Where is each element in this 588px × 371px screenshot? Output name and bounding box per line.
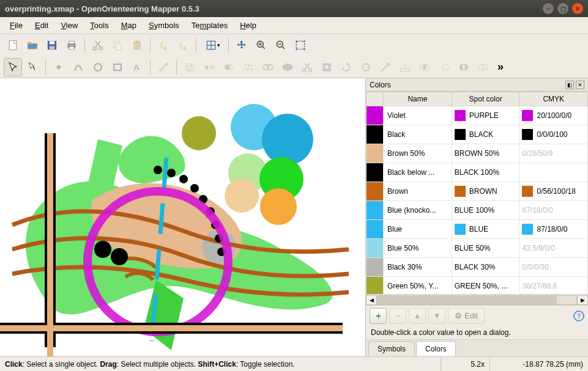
color-swatch[interactable] [367,144,384,163]
color-name[interactable]: Black [384,125,452,144]
color-row[interactable]: BrownBROWN0/56/100/18 [367,182,588,201]
color-row[interactable]: Black below ...BLACK 100% [367,163,588,182]
print-button[interactable] [62,36,81,54]
boolean-union-tool[interactable] [278,58,297,76]
bool-xor-tool[interactable] [455,58,473,76]
color-name[interactable]: Brown 50% [384,144,452,163]
bool-merge-tool[interactable] [474,58,493,76]
color-name[interactable]: Blue 50% [384,239,452,258]
zoom-out-button[interactable] [272,36,290,54]
rotate-pattern-tool[interactable] [357,58,375,76]
edit-color-button[interactable]: ⚙Edit [448,308,485,324]
point-tool[interactable] [50,58,68,76]
map-canvas[interactable] [0,78,365,356]
color-row[interactable]: Blue (knocko...BLUE 100%87/18/0/0 [367,201,588,220]
menu-edit[interactable]: Edit [29,18,54,32]
color-row[interactable]: Black 30%BLACK 30%0/0/0/30 [367,258,588,277]
connect-tool[interactable] [259,58,277,76]
menu-map[interactable]: Map [115,18,143,32]
circle-tool[interactable] [89,58,107,76]
cut-hole-tool[interactable] [318,58,336,76]
cut-button[interactable] [89,36,107,54]
switch-symbol-tool[interactable] [200,58,218,76]
color-row[interactable]: BlueBLUE87/18/0/0 [367,220,588,239]
color-spot[interactable]: BLUE [452,220,519,239]
color-row[interactable]: Green 50%, Y...GREEN 50%, ...38/27/88.6 [367,277,588,295]
fill-tool[interactable] [220,58,238,76]
menu-file[interactable]: File [4,18,29,32]
panel-hscroll[interactable]: ◀▶ [366,294,588,305]
col-spot[interactable]: Spot color [452,92,519,106]
color-swatch[interactable] [367,220,384,239]
color-row[interactable]: BlackBLACK0/0/0/100 [367,125,588,144]
help-icon[interactable]: ? [573,310,584,321]
color-row[interactable]: VioletPURPLE20/100/0/0 [367,106,588,125]
zoom-full-button[interactable] [291,36,310,54]
duplicate-tool[interactable] [180,58,199,76]
color-name[interactable]: Brown [384,182,452,201]
copy-button[interactable] [108,36,127,54]
bool-diff-tool[interactable] [435,58,453,76]
add-color-button[interactable]: ＋ [370,308,387,324]
close-button[interactable]: ✕ [572,3,583,14]
rect-tool[interactable] [108,58,127,76]
color-swatch[interactable] [367,106,384,125]
color-spot[interactable]: GREEN 50%, ... [452,277,519,295]
color-name[interactable]: Black 30% [384,258,452,277]
color-cmyk[interactable]: 87/18/0/0 [519,220,588,239]
undo-button[interactable] [154,36,173,54]
minimize-button[interactable]: – [543,3,554,14]
color-name[interactable]: Green 50%, Y... [384,277,452,295]
measure-tool[interactable] [396,58,414,76]
color-spot[interactable]: BROWN 50% [452,144,519,163]
color-spot[interactable]: PURPLE [452,106,519,125]
bool-intersect-tool[interactable] [415,58,434,76]
redo-button[interactable] [174,36,192,54]
new-button[interactable] [4,36,22,54]
cut2-tool[interactable] [298,58,316,76]
color-swatch[interactable] [367,201,384,220]
color-swatch[interactable] [367,125,384,144]
color-cmyk[interactable] [519,163,588,182]
color-row[interactable]: Brown 50%BROWN 50%0/28/50/9 [367,144,588,163]
color-swatch[interactable] [367,182,384,201]
scale-tool[interactable] [376,58,395,76]
color-spot[interactable]: BLACK 30% [452,258,519,277]
color-swatch[interactable] [367,163,384,182]
color-spot[interactable]: BLACK [452,125,519,144]
panel-close-button[interactable]: ✕ [576,81,584,89]
paste-button[interactable] [128,36,146,54]
color-cmyk[interactable]: 87/18/0/0 [519,201,588,220]
status-coords[interactable]: -18.87 78.25 (mm) [490,357,588,371]
menu-symbols[interactable]: Symbols [143,18,185,32]
color-cmyk[interactable]: 0/28/50/9 [519,144,588,163]
color-name[interactable]: Violet [384,106,452,125]
status-zoom[interactable]: 5.2x [441,357,490,371]
save-button[interactable] [43,36,61,54]
pan-button[interactable] [233,36,251,54]
remove-color-button[interactable]: － [389,308,406,324]
zoom-in-button[interactable] [252,36,270,54]
text-tool[interactable]: A [128,58,146,76]
menu-tools[interactable]: Tools [84,18,114,32]
grid-button[interactable]: ▾ [200,36,225,54]
colors-table-wrap[interactable]: Name Spot color CMYK VioletPURPLE20/100/… [366,92,588,294]
move-down-button[interactable]: ▼ [428,308,445,324]
draw-line-tool[interactable] [154,58,173,76]
color-swatch[interactable] [367,258,384,277]
color-spot[interactable]: BLACK 100% [452,163,519,182]
toolbar-overflow[interactable]: » [494,61,507,73]
select-tool[interactable] [4,58,22,76]
col-name[interactable]: Name [384,92,452,106]
color-cmyk[interactable]: 0/0/0/30 [519,258,588,277]
col-cmyk[interactable]: CMYK [519,92,588,106]
color-row[interactable]: Blue 50%BLUE 50%43.5/9/0/0 [367,239,588,258]
color-swatch[interactable] [367,239,384,258]
color-cmyk[interactable]: 20/100/0/0 [519,106,588,125]
move-up-button[interactable]: ▲ [409,308,426,324]
edit-tool[interactable] [23,58,42,76]
color-name[interactable]: Blue (knocko... [384,201,452,220]
color-name[interactable]: Blue [384,220,452,239]
color-cmyk[interactable]: 43.5/9/0/0 [519,239,588,258]
color-name[interactable]: Black below ... [384,163,452,182]
